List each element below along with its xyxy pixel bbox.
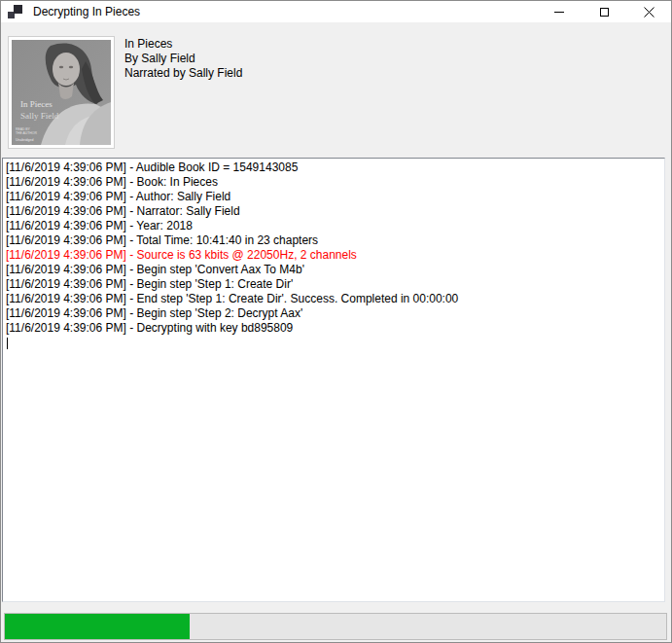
maximize-button[interactable] — [582, 1, 626, 22]
log-line: [11/6/2019 4:39:06 PM] - Begin step 'Con… — [6, 263, 661, 277]
maximize-icon — [600, 8, 609, 17]
minimize-button[interactable] — [537, 1, 582, 22]
log-line: [11/6/2019 4:39:06 PM] - Begin step 'Ste… — [6, 277, 661, 292]
log-line: [11/6/2019 4:39:06 PM] - Decrypting with… — [6, 321, 661, 336]
minimize-icon — [554, 12, 564, 13]
book-author: By Sally Field — [124, 52, 242, 66]
text-caret — [7, 338, 8, 349]
caption-buttons — [537, 1, 671, 22]
book-narrator: Narrated by Sally Field — [124, 66, 242, 81]
title-bar[interactable]: Decrypting In Pieces — [1, 1, 671, 22]
book-title: In Pieces — [124, 37, 242, 52]
cover-author-text: Sally Field — [20, 111, 59, 121]
log-line-error: [11/6/2019 4:39:06 PM] - Source is 63 kb… — [6, 248, 661, 263]
app-icon-block-large — [14, 5, 22, 14]
cover-edition-text: Unabridged — [16, 138, 34, 142]
close-button[interactable] — [626, 1, 671, 22]
log-line: [11/6/2019 4:39:06 PM] - Narrator: Sally… — [6, 204, 661, 219]
log-line: [11/6/2019 4:39:06 PM] - Author: Sally F… — [6, 190, 661, 204]
app-window: Decrypting In Pieces — [0, 0, 672, 643]
log-line: [11/6/2019 4:39:06 PM] - Audible Book ID… — [6, 161, 661, 175]
log-line: [11/6/2019 4:39:06 PM] - Book: In Pieces — [6, 175, 661, 190]
app-icon — [8, 5, 22, 19]
log-textbox[interactable]: [11/6/2019 4:39:06 PM] - Audible Book ID… — [2, 158, 665, 602]
log-line: [11/6/2019 4:39:06 PM] - Year: 2018 — [6, 219, 661, 233]
cover-readby-line2: THE AUTHOR — [16, 131, 37, 135]
progress-bar-fill — [5, 614, 190, 639]
window-title: Decrypting In Pieces — [33, 5, 140, 18]
book-info: In Pieces By Sally Field Narrated by Sal… — [124, 37, 242, 81]
log-caret-line — [6, 336, 661, 350]
log-line: [11/6/2019 4:39:06 PM] - Total Time: 10:… — [6, 233, 661, 248]
cover-title-text: In Pieces — [20, 99, 53, 109]
close-icon — [644, 7, 654, 18]
log-line: [11/6/2019 4:39:06 PM] - Begin step 'Ste… — [6, 306, 661, 321]
book-cover-art: In Pieces Sally Field READ BY THE AUTHOR… — [12, 40, 111, 145]
log-line: [11/6/2019 4:39:06 PM] - End step 'Step … — [6, 292, 661, 306]
progress-bar — [4, 613, 667, 640]
book-cover: In Pieces Sally Field READ BY THE AUTHOR… — [8, 36, 115, 149]
